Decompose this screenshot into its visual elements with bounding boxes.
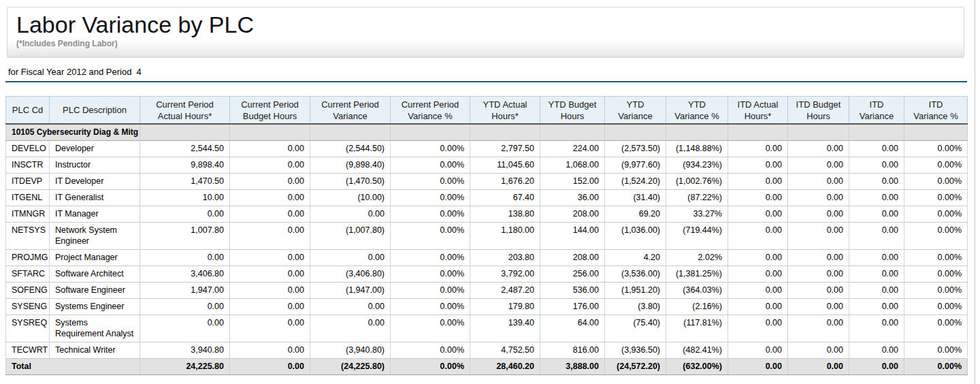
value-cell: (3,536.00) [605, 266, 666, 283]
value-cell: 0.00 [310, 299, 391, 315]
value-cell: 0.00% [904, 174, 968, 190]
table-row: INSCTRInstructor9,898.400.00(9,898.40)0.… [6, 157, 968, 174]
value-cell: 0.00% [904, 283, 968, 299]
value-cell: 0.00 [230, 141, 310, 157]
value-cell: (10.00) [310, 190, 391, 206]
value-cell: 0.00 [230, 315, 310, 342]
value-cell: 0.00 [140, 315, 230, 342]
value-cell: (2,573.50) [605, 141, 666, 157]
table-header-row: PLC CdPLC DescriptionCurrent Period Actu… [6, 97, 968, 125]
plc-description-cell: Systems Engineer [50, 299, 140, 315]
value-cell: (2,544.50) [310, 141, 391, 157]
labor-variance-table: PLC CdPLC DescriptionCurrent Period Actu… [5, 96, 968, 375]
table-row: SOFENGSoftware Engineer1,947.000.00(1,94… [6, 283, 968, 299]
plc-code-cell: SYSREQ [6, 315, 50, 342]
value-cell: 64.00 [540, 315, 605, 342]
value-cell: 0.00 [310, 315, 391, 342]
plc-description-cell: Software Architect [50, 266, 140, 283]
value-cell: 2.02% [666, 250, 728, 266]
plc-code-cell: INSCTR [6, 157, 50, 174]
value-cell: 256.00 [540, 266, 605, 283]
group-header-row: 10105 Cybersecurity Diag & Mitg [6, 124, 968, 141]
plc-code-cell: SFTARC [6, 266, 50, 283]
report-header-panel: Labor Variance by PLC (*Includes Pending… [7, 7, 964, 58]
plc-description-cell: Network System Engineer [50, 223, 140, 250]
value-cell: (1,524.20) [605, 174, 666, 190]
value-cell: 0.00% [391, 174, 470, 190]
value-cell: 0.00 [728, 223, 788, 250]
value-cell: 0.00 [230, 190, 310, 206]
group-header-empty-cell [666, 124, 728, 141]
value-cell: 0.00% [391, 223, 470, 250]
value-cell: 0.00 [728, 299, 788, 315]
column-header-10: YTD Variance % [666, 97, 728, 125]
plc-code-cell: ITGENL [6, 190, 50, 206]
plc-description-cell: IT Manager [50, 206, 140, 223]
value-cell: 0.00 [849, 283, 904, 299]
value-cell: 0.00% [904, 223, 968, 250]
value-cell: 139.40 [470, 315, 540, 342]
value-cell: 816.00 [540, 342, 605, 359]
total-value-cell: (24,225.80) [310, 359, 391, 375]
column-header-5: Current Period Variance [310, 97, 391, 125]
value-cell: (1,470.50) [310, 174, 391, 190]
value-cell: 0.00 [849, 223, 904, 250]
value-cell: 0.00% [391, 190, 470, 206]
page-title: Labor Variance by PLC [16, 11, 964, 38]
value-cell: (364.03%) [666, 283, 728, 299]
page-right-edge [975, 0, 975, 384]
value-cell: (934.23%) [666, 157, 728, 174]
page-subtitle: (*Includes Pending Labor) [16, 39, 964, 48]
table-row: TECWRTTechnical Writer3,940.800.00(3,940… [6, 342, 968, 359]
value-cell: 0.00 [788, 283, 849, 299]
table-row: ITMNGRIT Manager0.000.000.000.00%138.802… [6, 206, 968, 223]
value-cell: 0.00 [788, 190, 849, 206]
value-cell: 0.00 [230, 299, 310, 315]
value-cell: 0.00 [849, 190, 904, 206]
column-header-9: YTD Variance [605, 97, 666, 125]
value-cell: 0.00 [788, 266, 849, 283]
value-cell: 0.00 [849, 315, 904, 342]
value-cell: (1,148.88%) [666, 141, 728, 157]
value-cell: 224.00 [540, 141, 605, 157]
total-value-cell: 3,888.00 [540, 359, 605, 375]
value-cell: 69.20 [605, 206, 666, 223]
group-header-empty-cell [849, 124, 904, 141]
value-cell: 176.00 [540, 299, 605, 315]
value-cell: 0.00% [904, 141, 968, 157]
value-cell: (1,002.76%) [666, 174, 728, 190]
table-row: DEVELODeveloper2,544.500.00(2,544.50)0.0… [6, 141, 968, 157]
column-header-3: Current Period Actual Hours* [140, 97, 230, 125]
total-value-cell: 0.00 [230, 359, 310, 375]
report-period-text: for Fiscal Year 2012 and Period 4 [8, 67, 142, 77]
value-cell: 0.00 [140, 299, 230, 315]
column-header-13: ITD Variance [849, 97, 904, 125]
value-cell: 138.80 [470, 206, 540, 223]
column-header-6: Current Period Variance % [391, 97, 470, 125]
table-row: SFTARCSoftware Architect3,406.800.00(3,4… [6, 266, 968, 283]
value-cell: (1,947.00) [310, 283, 391, 299]
value-cell: 0.00 [788, 174, 849, 190]
value-cell: 0.00 [849, 206, 904, 223]
value-cell: 0.00 [788, 342, 849, 359]
value-cell: 2,544.50 [140, 141, 230, 157]
value-cell: 11,045.60 [470, 157, 540, 174]
value-cell: 33.27% [666, 206, 728, 223]
group-header-empty-cell [310, 124, 391, 141]
value-cell: 0.00 [728, 190, 788, 206]
value-cell: 208.00 [540, 206, 605, 223]
table-header: PLC CdPLC DescriptionCurrent Period Actu… [6, 97, 968, 125]
value-cell: (1,951.20) [605, 283, 666, 299]
value-cell: 0.00 [728, 283, 788, 299]
total-label-cell: Total [6, 359, 140, 375]
value-cell: 0.00% [391, 299, 470, 315]
value-cell: 0.00 [310, 206, 391, 223]
value-cell: 4,752.50 [470, 342, 540, 359]
total-row: Total24,225.800.00(24,225.80)0.00%28,460… [6, 359, 968, 375]
value-cell: 0.00% [904, 250, 968, 266]
value-cell: 0.00 [140, 250, 230, 266]
value-cell: 0.00 [788, 206, 849, 223]
value-cell: 0.00 [849, 342, 904, 359]
value-cell: 4.20 [605, 250, 666, 266]
value-cell: 0.00 [788, 299, 849, 315]
